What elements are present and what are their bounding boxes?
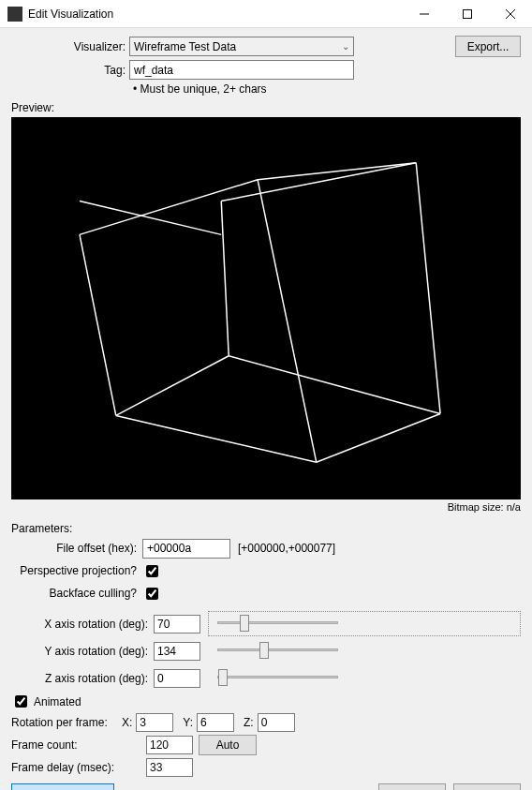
rot-z-input[interactable] <box>258 713 295 732</box>
close-button[interactable] <box>489 0 532 28</box>
parameters-heading: Parameters: <box>11 522 521 535</box>
svg-line-7 <box>80 201 221 235</box>
window-title: Edit Visualization <box>28 7 113 21</box>
svg-line-5 <box>258 163 416 180</box>
y-rotation-slider[interactable] <box>217 640 338 659</box>
auto-button[interactable]: Auto <box>199 735 257 755</box>
wireframe-cube <box>12 118 520 499</box>
svg-line-14 <box>416 163 440 414</box>
close-icon <box>506 9 515 19</box>
test-animation-button[interactable]: Test Animation... <box>11 783 114 790</box>
maximize-button[interactable] <box>446 0 489 28</box>
preview-label: Preview: <box>11 101 521 114</box>
backface-checkbox[interactable] <box>146 588 158 600</box>
z-rotation-slider[interactable] <box>217 667 338 686</box>
file-offset-range: [+000000,+000077] <box>238 542 335 555</box>
animated-checkbox[interactable] <box>15 695 27 708</box>
minimize-icon <box>420 9 429 19</box>
tag-label: Tag: <box>11 64 129 77</box>
frame-count-input[interactable] <box>146 736 193 754</box>
svg-line-11 <box>116 356 229 416</box>
perspective-label: Perspective projection? <box>11 564 142 577</box>
svg-line-10 <box>229 356 440 414</box>
visualizer-label: Visualizer: <box>11 40 129 53</box>
maximize-icon <box>463 9 472 19</box>
backface-label: Backface culling? <box>11 587 142 600</box>
svg-rect-1 <box>464 9 472 18</box>
export-button[interactable]: Export... <box>455 36 521 57</box>
visualizer-value: Wireframe Test Data <box>134 40 236 53</box>
svg-line-12 <box>80 234 116 415</box>
y-rotation-label: Y axis rotation (deg): <box>11 645 154 658</box>
z-rotation-input[interactable] <box>154 669 200 688</box>
x-rotation-slider[interactable] <box>217 613 338 632</box>
titlebar: Edit Visualization <box>0 0 532 28</box>
rot-z-label: Z: <box>244 716 254 729</box>
file-offset-label: File offset (hex): <box>11 542 142 555</box>
frame-count-label: Frame count: <box>11 738 122 752</box>
preview-canvas <box>11 117 521 499</box>
perspective-checkbox[interactable] <box>146 565 158 577</box>
cancel-button[interactable]: Cancel <box>453 783 521 790</box>
app-icon <box>7 7 22 22</box>
tag-hint: • Must be unique, 2+ chars <box>133 82 521 96</box>
rot-x-input[interactable] <box>136 713 173 732</box>
minimize-button[interactable] <box>403 0 446 28</box>
bitmap-size-text: Bitmap size: n/a <box>11 501 521 513</box>
svg-line-9 <box>317 413 440 462</box>
svg-line-8 <box>116 415 317 462</box>
ok-button[interactable]: OK <box>378 783 446 790</box>
rot-y-input[interactable] <box>197 713 234 732</box>
z-rotation-label: Z axis rotation (deg): <box>11 672 154 685</box>
y-rotation-input[interactable] <box>154 642 200 661</box>
animated-label: Animated <box>34 695 81 708</box>
x-rotation-input[interactable] <box>154 615 200 633</box>
svg-line-13 <box>258 180 317 463</box>
x-rotation-label: X axis rotation (deg): <box>11 618 154 631</box>
file-offset-input[interactable] <box>142 539 230 559</box>
chevron-down-icon: ⌄ <box>342 41 349 52</box>
rotation-per-frame-label: Rotation per frame: <box>11 716 122 729</box>
rot-y-label: Y: <box>183 716 193 729</box>
svg-line-15 <box>221 201 229 356</box>
frame-delay-input[interactable] <box>146 758 193 777</box>
frame-delay-label: Frame delay (msec): <box>11 761 122 774</box>
rot-x-label: X: <box>122 716 132 729</box>
visualizer-select[interactable]: Wireframe Test Data ⌄ <box>129 37 354 56</box>
tag-input[interactable] <box>129 60 354 80</box>
